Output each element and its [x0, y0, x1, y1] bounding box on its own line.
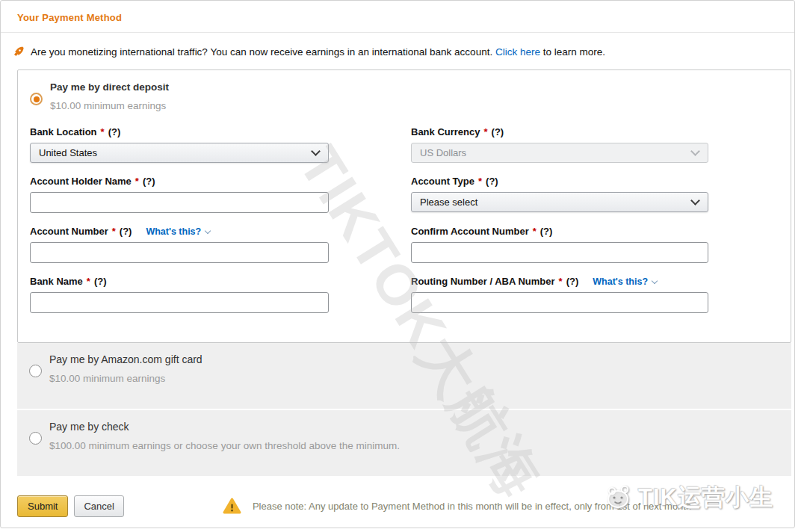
account-number-input[interactable]: [30, 242, 329, 263]
rocket-icon: [11, 45, 25, 59]
option-title: Pay me by Amazon.com gift card: [49, 353, 202, 365]
help-icon[interactable]: (?): [120, 226, 132, 237]
chevron-down-icon: [205, 227, 211, 233]
form-actions: Submit Cancel Please note: Any update to…: [17, 495, 794, 517]
field-account-holder-name: Account Holder Name * (?): [30, 176, 329, 213]
chevron-down-icon: [652, 277, 658, 283]
page-title: Your Payment Method: [17, 12, 122, 23]
submit-button[interactable]: Submit: [17, 495, 68, 517]
account-holder-name-label: Account Holder Name: [30, 176, 132, 187]
help-icon[interactable]: (?): [492, 126, 504, 137]
chevron-down-icon: [690, 196, 700, 205]
routing-number-label: Routing Number / ABA Number: [411, 276, 555, 287]
help-icon[interactable]: (?): [94, 276, 107, 287]
confirm-account-number-label: Confirm Account Number: [411, 226, 529, 237]
help-icon[interactable]: (?): [566, 276, 579, 287]
field-account-number: Account Number * (?) What's this?: [30, 226, 329, 263]
bank-location-select[interactable]: United States: [30, 143, 329, 163]
option-title: Pay me by check: [49, 421, 400, 433]
banner-suffix: to learn more.: [543, 46, 605, 58]
field-bank-currency: Bank Currency * (?) US Dollars: [411, 126, 708, 163]
international-traffic-banner: Are you monetizing international traffic…: [11, 45, 778, 59]
help-icon[interactable]: (?): [108, 126, 121, 137]
gift-card-radio[interactable]: [29, 365, 42, 377]
warning-icon: [222, 497, 242, 516]
chevron-down-icon: [690, 146, 700, 156]
click-here-link[interactable]: Click here: [495, 46, 540, 58]
check-radio[interactable]: [29, 432, 42, 445]
required-mark: *: [533, 226, 537, 237]
required-mark: *: [101, 126, 105, 137]
account-holder-name-input[interactable]: [30, 192, 329, 213]
required-mark: *: [112, 226, 116, 237]
account-type-select[interactable]: Please select: [411, 192, 708, 212]
help-icon[interactable]: (?): [540, 226, 553, 237]
field-bank-name: Bank Name * (?): [30, 276, 329, 313]
required-mark: *: [87, 276, 90, 287]
bank-name-label: Bank Name: [30, 276, 83, 287]
direct-deposit-section: Pay me by direct deposit $10.00 minimum …: [17, 69, 791, 343]
option-subtitle: $10.00 minimum earnings: [50, 100, 169, 111]
option-subtitle: $10.00 minimum earnings: [49, 373, 202, 384]
account-number-label: Account Number: [30, 226, 108, 237]
required-mark: *: [483, 126, 487, 137]
page-header: Your Payment Method: [1, 1, 794, 33]
check-option: Pay me by check $100.00 minimum earnings…: [17, 410, 791, 476]
direct-deposit-option: Pay me by direct deposit $10.00 minimum …: [30, 81, 791, 111]
field-routing-number: Routing Number / ABA Number * (?) What's…: [411, 276, 708, 313]
gift-card-option: Pay me by Amazon.com gift card $10.00 mi…: [17, 343, 791, 409]
option-title: Pay me by direct deposit: [50, 81, 169, 93]
field-confirm-account-number: Confirm Account Number * (?): [411, 226, 708, 263]
payment-update-note: Please note: Any update to Payment Metho…: [222, 497, 691, 516]
field-account-type: Account Type * (?) Please select: [411, 176, 708, 213]
help-icon[interactable]: (?): [143, 176, 155, 187]
required-mark: *: [135, 176, 139, 187]
routing-number-input[interactable]: [411, 292, 708, 313]
required-mark: *: [478, 176, 482, 187]
banner-text: Are you monetizing international traffic…: [31, 46, 492, 58]
note-text: Please note: Any update to Payment Metho…: [253, 501, 691, 512]
bank-location-label: Bank Location: [30, 126, 97, 137]
confirm-account-number-input[interactable]: [411, 242, 708, 263]
option-subtitle: $100.00 minimum earnings or choose your …: [49, 440, 400, 451]
bank-form: Bank Location * (?) United States Bank C…: [30, 126, 791, 326]
bank-name-input[interactable]: [30, 292, 329, 313]
account-type-label: Account Type: [411, 176, 474, 187]
cancel-button[interactable]: Cancel: [74, 495, 123, 517]
bank-currency-select: US Dollars: [411, 143, 708, 163]
payment-method-page: Your Payment Method Are you monetizing i…: [0, 0, 795, 528]
whats-this-link[interactable]: What's this?: [146, 226, 210, 237]
help-icon[interactable]: (?): [486, 176, 498, 187]
required-mark: *: [559, 276, 563, 287]
chevron-down-icon: [311, 146, 321, 156]
whats-this-link[interactable]: What's this?: [593, 276, 657, 287]
bank-currency-label: Bank Currency: [411, 126, 480, 137]
field-bank-location: Bank Location * (?) United States: [30, 126, 329, 163]
direct-deposit-radio[interactable]: [30, 93, 43, 105]
